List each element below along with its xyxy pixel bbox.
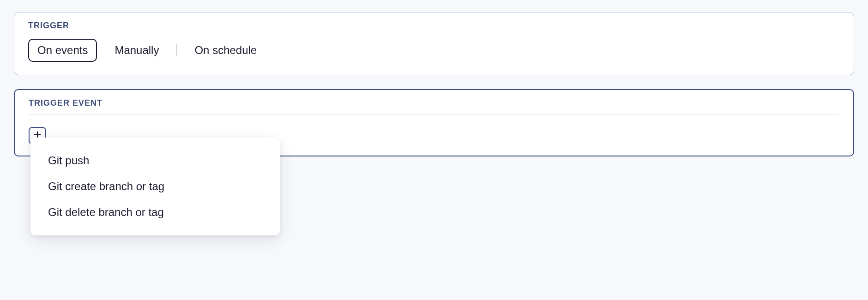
trigger-event-dropdown: Git push Git create branch or tag Git de…	[30, 138, 280, 235]
trigger-option-on-schedule[interactable]: On schedule	[185, 39, 266, 62]
trigger-option-on-events[interactable]: On events	[28, 39, 97, 62]
dropdown-item-git-create[interactable]: Git create branch or tag	[30, 174, 280, 199]
dropdown-item-git-push[interactable]: Git push	[30, 148, 280, 174]
trigger-section-label: Trigger	[28, 21, 840, 30]
divider-line	[29, 114, 839, 115]
dropdown-item-git-delete[interactable]: Git delete branch or tag	[30, 199, 280, 225]
trigger-option-divider	[176, 44, 177, 56]
trigger-event-section-label: Trigger Event	[29, 98, 839, 108]
trigger-option-manually[interactable]: Manually	[105, 39, 168, 62]
trigger-card: Trigger On events Manually On schedule	[14, 12, 854, 75]
trigger-options-row: On events Manually On schedule	[28, 39, 840, 62]
